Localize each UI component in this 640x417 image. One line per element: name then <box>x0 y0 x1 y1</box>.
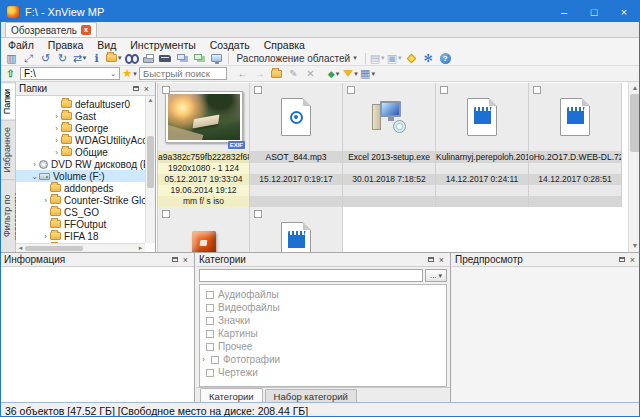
expand-chevron-icon[interactable]: › <box>52 112 61 121</box>
close-panel-button[interactable]: × <box>180 255 191 265</box>
file-item[interactable] <box>250 207 343 252</box>
favorites-button[interactable]: ★▾ <box>122 67 137 81</box>
item-checkbox[interactable] <box>533 86 541 94</box>
search-button[interactable] <box>123 51 140 65</box>
edit-button[interactable]: ✎ <box>286 67 301 81</box>
viewer-button[interactable]: ▥ <box>3 51 20 65</box>
fullscreen-button[interactable]: ⤢ <box>20 51 37 65</box>
info-button[interactable]: ℹ <box>88 51 105 65</box>
float-panel-button[interactable] <box>425 255 436 265</box>
menu-view[interactable]: Вид <box>90 39 123 51</box>
item-checkbox[interactable] <box>440 86 448 94</box>
float-panel-button[interactable] <box>616 255 627 265</box>
tab-category-sets[interactable]: Набор категорий <box>265 389 357 403</box>
rotate-right-button[interactable]: ↻ <box>54 51 71 65</box>
tree-item-fifa-18[interactable]: ›FIFA 18 <box>16 230 145 242</box>
tree-item-общие[interactable]: ›Общие <box>16 146 145 158</box>
rotate-left-button[interactable]: ↺ <box>37 51 54 65</box>
scroll-right-icon[interactable]: ▸ <box>136 244 145 252</box>
file-item-4[interactable]: Kulinarnyj.perepoloh.2017.P...14.12.2017… <box>436 83 529 207</box>
thumbnail-size-button[interactable]: ▤▾ <box>369 51 386 65</box>
expand-chevron-icon[interactable]: › <box>52 148 61 157</box>
open-folder-button[interactable]: ▾ <box>105 51 123 65</box>
tree-item-wdagutilityaccount[interactable]: ›WDAGUtilityAccount <box>16 134 145 146</box>
expand-chevron-icon[interactable]: › <box>200 355 207 364</box>
category-row[interactable]: Видеофайлы <box>200 301 446 314</box>
delete-button[interactable]: ✕ <box>303 67 318 81</box>
close-button[interactable]: × <box>609 1 639 22</box>
tree-item-volume-f-[interactable]: ⌄Volume (F:) <box>16 170 145 182</box>
file-item-5[interactable]: oHo.2O17.D.WEB-DL.720p...14.12.2017 0:28… <box>529 83 622 207</box>
menu-create[interactable]: Создать <box>203 39 257 51</box>
category-checkbox[interactable] <box>206 330 214 338</box>
category-row[interactable]: Прочее <box>200 340 446 353</box>
scrollbar-thumb[interactable] <box>630 94 640 152</box>
minimize-button[interactable]: – <box>549 1 579 22</box>
category-row[interactable]: Картины <box>200 327 446 340</box>
category-checkbox[interactable] <box>206 304 214 312</box>
file-item-3[interactable]: Excel 2013-setup.exe30.01.2018 7:18:52 <box>343 83 436 207</box>
category-row[interactable]: ›Фотографии <box>200 353 446 366</box>
float-panel-button[interactable] <box>169 255 180 265</box>
batch-convert-button[interactable] <box>191 51 208 65</box>
scroll-down-icon[interactable]: ▼ <box>629 240 640 252</box>
quick-search-input[interactable] <box>139 67 227 80</box>
file-item-2[interactable]: ASOT_844.mp315.12.2017 0:19:17 <box>250 83 343 207</box>
item-checkbox[interactable] <box>347 86 355 94</box>
scrollbar-thumb[interactable] <box>147 136 154 188</box>
menu-file[interactable]: Файл <box>1 39 41 51</box>
float-panel-button[interactable] <box>130 84 141 94</box>
parent-folder-button[interactable]: ⇧ <box>3 67 18 81</box>
convert-button[interactable]: ⇄▾ <box>71 51 88 65</box>
sidetab-favorites[interactable]: Избранное <box>1 120 15 179</box>
file-item-1[interactable]: EXIFa9a382c759fb222832f68b2d...1920x1080… <box>157 83 250 207</box>
category-checkbox[interactable] <box>211 356 219 364</box>
item-checkbox[interactable] <box>254 86 262 94</box>
tag-button[interactable] <box>403 51 420 65</box>
tab-browser[interactable]: Обозреватель x <box>5 22 97 37</box>
settings-button[interactable]: ✻ <box>420 51 437 65</box>
path-combobox[interactable]: F:\ ⌄ <box>20 67 120 80</box>
help-button[interactable]: ? <box>437 51 454 65</box>
category-row[interactable]: Чертежи <box>200 366 446 379</box>
expand-chevron-icon[interactable]: › <box>52 136 61 145</box>
category-row[interactable]: Аудиофайлы <box>200 288 446 301</box>
item-checkbox[interactable] <box>162 210 170 218</box>
layout-dropdown[interactable]: Расположение областей ▾ <box>232 52 362 65</box>
tree-horizontal-scrollbar[interactable]: ◂ ▸ <box>16 243 145 252</box>
sidetab-folders[interactable]: Папки <box>1 82 15 120</box>
file-item[interactable] <box>157 207 250 252</box>
tree-item-george[interactable]: ›George <box>16 122 145 134</box>
expand-chevron-icon[interactable]: › <box>30 160 39 169</box>
new-folder-button[interactable] <box>269 67 284 81</box>
menu-edit[interactable]: Правка <box>41 39 90 51</box>
item-checkbox[interactable] <box>254 210 262 218</box>
category-checkbox[interactable] <box>206 343 214 351</box>
close-panel-button[interactable]: × <box>627 255 638 265</box>
forward-button[interactable]: → <box>252 67 267 81</box>
categories-filter-input[interactable] <box>199 269 423 282</box>
tree-item-addonpeds[interactable]: addonpeds <box>16 182 145 194</box>
compare-button[interactable] <box>174 51 191 65</box>
tab-close-icon[interactable]: x <box>81 25 91 35</box>
print-button[interactable] <box>140 51 157 65</box>
tree-item-cs-go[interactable]: CS_GO <box>16 206 145 218</box>
category-row[interactable]: Значки <box>200 314 446 327</box>
category-checkbox[interactable] <box>206 369 214 377</box>
capture-button[interactable] <box>208 51 225 65</box>
tree-item-gast[interactable]: ›Gast <box>16 110 145 122</box>
menu-help[interactable]: Справка <box>257 39 312 51</box>
category-checkbox[interactable] <box>206 291 214 299</box>
tag-menu-button[interactable]: ◆▾ <box>326 67 341 81</box>
expand-chevron-icon[interactable]: ⌄ <box>30 172 39 181</box>
expand-chevron-icon[interactable]: › <box>52 124 61 133</box>
categories-more-button[interactable]: ... ▾ <box>425 269 447 282</box>
close-panel-button[interactable]: × <box>436 255 447 265</box>
scrollbar-thumb[interactable] <box>25 246 83 251</box>
tree-vertical-scrollbar[interactable]: ▲ <box>145 96 155 243</box>
category-checkbox[interactable] <box>206 317 214 325</box>
scroll-up-icon[interactable]: ▲ <box>146 96 155 105</box>
sidetab-category-filter[interactable]: Фильтр по категориям <box>1 179 15 252</box>
filter-button[interactable]: ▾ <box>343 67 358 81</box>
scroll-left-icon[interactable]: ◂ <box>16 244 25 252</box>
